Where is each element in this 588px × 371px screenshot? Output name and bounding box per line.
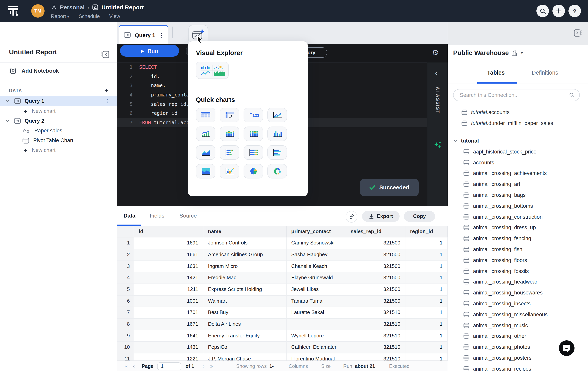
sidebar-item-pivot-table-chart[interactable]: Pivot Table Chart (0, 136, 117, 145)
menu-view[interactable]: View (109, 13, 120, 19)
table-list-item[interactable]: animal_crossing_headwear (448, 277, 588, 287)
prev-page-button[interactable]: ‹ (133, 363, 135, 369)
table-list-item[interactable]: animal_crossing_recipes (448, 363, 588, 371)
sidebar-item-new-chart[interactable]: + New chart (0, 145, 117, 155)
sidebar-item-new-chart[interactable]: + New chart (0, 106, 117, 116)
table-list-item[interactable]: animal_crossing_achievements (448, 168, 588, 179)
menu-report[interactable]: Report▾ (51, 13, 69, 19)
quick-chart-pie-button[interactable] (243, 164, 263, 179)
table-list-item[interactable]: animal_crossing_fencing (448, 233, 588, 244)
visual-explorer-button[interactable] (196, 62, 229, 79)
quick-chart-pivot-table-button[interactable] (220, 108, 239, 122)
copy-button[interactable]: Copy (404, 211, 435, 222)
run-button[interactable]: ▶ Run (120, 45, 179, 57)
avatar[interactable]: TM (31, 4, 45, 18)
table-list-item[interactable]: aapl_historical_stock_price (448, 146, 588, 157)
table-list-item[interactable]: animal_crossing_construction (448, 211, 588, 222)
table-list-item[interactable]: animal_crossing_music (448, 320, 588, 331)
first-page-button[interactable]: « (125, 363, 127, 369)
add-notebook-button[interactable]: Add Notebook (9, 66, 59, 76)
export-button[interactable]: Export (362, 211, 399, 222)
sidebar-item-query-2[interactable]: Query 2 (0, 116, 117, 126)
table-row[interactable]: 8 1671 Delta Air Lines 321510 1 (117, 319, 448, 330)
tab-definitions[interactable]: Definitions (532, 70, 558, 76)
gear-icon[interactable]: ⚙ (432, 48, 439, 57)
column-header-primary_contact[interactable]: primary_contact (287, 226, 346, 237)
table-list-item[interactable]: animal_crossing_bags (448, 190, 588, 201)
table-list-item[interactable]: animal_crossing_dress_up (448, 222, 588, 233)
columns-label[interactable]: Columns (289, 363, 308, 369)
menu-schedule[interactable]: Schedule (79, 13, 100, 19)
column-header-sales_rep_id[interactable]: sales_rep_id (346, 226, 405, 237)
table-row[interactable]: 6 1001 Walmart Tamara Tuma 321500 1 (117, 295, 448, 307)
quick-chart-stacked-area-100-button[interactable] (196, 164, 215, 179)
next-page-button[interactable]: › (203, 363, 204, 369)
table-list-item[interactable]: animal_crossing_insects (448, 298, 588, 309)
share-link-button[interactable] (346, 211, 357, 222)
table-row[interactable]: 1 1691 Johnson Controls Cammy Sosnowski … (117, 237, 448, 249)
column-header-name[interactable]: name (203, 226, 287, 237)
table-row[interactable]: 2 1661 American Airlines Group Sasha Hau… (117, 249, 448, 261)
ai-assist-panel[interactable]: ‹ AI ASSIST (427, 62, 448, 206)
connection-sidebar-header (448, 22, 588, 45)
table-list-item[interactable]: animal_crossing_miscellaneous (448, 309, 588, 320)
tab-fields[interactable]: Fields (150, 212, 164, 219)
quick-chart-big-number-button[interactable]: 123 (243, 108, 263, 122)
quick-chart-grouped-bar-button[interactable] (267, 145, 287, 160)
quick-chart-area-button[interactable] (196, 145, 215, 160)
table-list-item[interactable]: tutorial.dunder_mifflin_paper_sales (448, 118, 588, 129)
column-header-id[interactable]: id (134, 226, 203, 237)
last-page-button[interactable]: » (210, 363, 213, 369)
table-list-item[interactable]: animal_crossing_art (448, 179, 588, 190)
table-row[interactable]: 9 1641 Energy Transfer Equity Wynell Lep… (117, 330, 448, 342)
table-list-item[interactable]: animal_crossing_fish (448, 244, 588, 255)
tab-data[interactable]: Data (124, 212, 136, 219)
size-label[interactable]: Size (321, 363, 331, 369)
breadcrumb-workspace[interactable]: Personal (60, 4, 85, 10)
column-header-region_id[interactable]: region_id (405, 226, 448, 237)
table-row[interactable]: 5 1211 Express Scripts Holding Jewell Li… (117, 284, 448, 295)
add-query-button[interactable]: + (104, 87, 108, 94)
kebab-menu-icon[interactable]: ⋮ (105, 98, 110, 104)
quick-chart-grouped-column-button[interactable] (267, 127, 287, 141)
app-logo-icon[interactable] (7, 5, 19, 17)
quick-chart-scatter-button[interactable] (220, 164, 239, 179)
table-list-item[interactable]: animal_crossing_floors (448, 255, 588, 266)
table-row[interactable]: 4 1421 Freddie Mac Elayne Grunewald 3215… (117, 272, 448, 284)
connection-title-row[interactable]: Public Warehouse ▾ (453, 49, 523, 57)
schema-group-tutorial[interactable]: tutorial (448, 135, 588, 146)
table-list-item[interactable]: animal_crossing_fossils (448, 266, 588, 277)
quick-chart-stacked-bar-button[interactable] (220, 145, 239, 160)
table-row[interactable]: 3 1631 Ingram Micro Chanelle Keach 32150… (117, 261, 448, 272)
collapse-connection-panel-button[interactable] (573, 29, 583, 38)
sidebar-item-paper-sales[interactable]: 2 Paper sales (0, 126, 117, 136)
tab-tables[interactable]: Tables (487, 70, 505, 76)
help-button[interactable]: ? (568, 5, 581, 17)
add-button[interactable] (552, 5, 565, 17)
page-input[interactable] (157, 362, 182, 370)
tab-source[interactable]: Source (179, 212, 197, 219)
table-row[interactable]: 10 1431 PepsiCo Cathleen Delamater 32151… (117, 342, 448, 353)
quick-chart-combo-button[interactable] (196, 127, 215, 141)
breadcrumb-report-title[interactable]: Untitled Report (101, 4, 144, 10)
table-row[interactable]: 7 1701 Best Buy Laurette Sakai 321510 1 (117, 307, 448, 319)
quick-chart-stacked-bar-100-button[interactable] (243, 145, 263, 160)
search-button[interactable] (536, 5, 549, 17)
collapse-sidebar-button[interactable] (100, 50, 110, 59)
table-list-item[interactable]: animal_crossing_housewares (448, 287, 588, 298)
chat-bubble-button[interactable] (559, 340, 575, 356)
connection-search-input[interactable] (459, 92, 569, 98)
quick-chart-table-button[interactable] (196, 108, 215, 122)
quick-chart-stacked-column-100-button[interactable] (243, 127, 263, 141)
quick-chart-donut-button[interactable] (267, 164, 287, 179)
connection-search[interactable] (453, 89, 580, 101)
visual-explorer-preview-icon (199, 64, 226, 77)
table-list-item[interactable]: tutorial.accounts (448, 107, 588, 118)
tab-kebab-menu[interactable]: ⋮ (159, 32, 164, 38)
quick-chart-stacked-column-button[interactable] (220, 127, 239, 141)
quick-chart-line-button[interactable] (267, 108, 287, 122)
sidebar-item-query-1[interactable]: Query 1⋮ (0, 96, 117, 106)
table-list-item[interactable]: accounts (448, 157, 588, 168)
table-list-item[interactable]: animal_crossing_bottoms (448, 201, 588, 211)
tab-query-1[interactable]: Query 1 ⋮ (119, 25, 168, 44)
